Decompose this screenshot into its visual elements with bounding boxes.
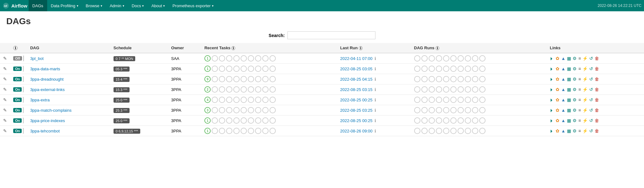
recent-tasks-info-icon[interactable]: ℹ [231, 46, 235, 50]
delete-icon[interactable]: 🗑 [595, 97, 599, 102]
tree-view-icon[interactable]: ✿ [556, 128, 559, 133]
log-icon[interactable]: ⚡ [582, 87, 588, 92]
edit-icon[interactable]: ✎ [3, 97, 7, 102]
task-circle-filled[interactable]: 3 [204, 107, 211, 113]
last-run-info-icon[interactable]: ℹ [375, 98, 376, 102]
trigger-dag-icon[interactable]: ⏵ [550, 77, 554, 82]
edit-icon[interactable]: ✎ [3, 87, 7, 92]
calendar-view-icon[interactable]: ▦ [567, 56, 571, 61]
dag-toggle[interactable]: On [13, 87, 22, 92]
search-input[interactable] [287, 31, 375, 39]
log-icon[interactable]: ⚡ [582, 108, 588, 113]
code-view-icon[interactable]: ≡ [578, 66, 581, 71]
nav-about[interactable]: About ▾ [147, 0, 169, 11]
dag-name-link[interactable]: 3ppa-tehcombot [30, 129, 60, 133]
tree-view-icon[interactable]: ✿ [556, 108, 559, 113]
graph-view-icon[interactable]: ▲ [561, 77, 565, 82]
last-run-info-icon[interactable]: ℹ [375, 56, 376, 61]
gantt-view-icon[interactable]: ⚙ [573, 56, 577, 61]
refresh-icon[interactable]: ↺ [589, 128, 593, 133]
trigger-dag-icon[interactable]: ⏵ [550, 108, 554, 113]
last-run-info-icon[interactable]: ℹ [375, 129, 376, 133]
calendar-view-icon[interactable]: ▦ [567, 118, 571, 123]
log-icon[interactable]: ⚡ [582, 118, 588, 123]
calendar-view-icon[interactable]: ▦ [567, 77, 571, 82]
delete-icon[interactable]: 🗑 [595, 118, 599, 123]
info-icon[interactable]: ℹ [13, 46, 18, 50]
dag-toggle[interactable]: On [13, 129, 22, 133]
task-circle-filled[interactable]: 9 [204, 76, 211, 82]
last-run-link[interactable]: 2022-08-25 03:15 [340, 87, 373, 92]
nav-docs[interactable]: Docs ▾ [128, 0, 148, 11]
code-view-icon[interactable]: ≡ [578, 118, 581, 123]
dag-toggle[interactable]: On [13, 67, 22, 71]
task-circle-filled[interactable]: 1 [204, 128, 211, 134]
refresh-icon[interactable]: ↺ [589, 97, 593, 102]
last-run-link[interactable]: 2022-08-25 00:25 [340, 118, 373, 123]
task-circle-filled[interactable]: 4 [204, 97, 211, 103]
trigger-dag-icon[interactable]: ⏵ [550, 97, 554, 102]
dag-name-link[interactable]: 3ppa-dreadnought [30, 77, 64, 82]
graph-view-icon[interactable]: ▲ [561, 128, 565, 133]
log-icon[interactable]: ⚡ [582, 66, 588, 71]
graph-view-icon[interactable]: ▲ [561, 108, 565, 113]
dag-name-link[interactable]: 3ppa-data-marts [30, 67, 60, 71]
dag-name-link[interactable]: 3ppa-match-complains [30, 108, 72, 113]
log-icon[interactable]: ⚡ [582, 56, 588, 61]
calendar-view-icon[interactable]: ▦ [567, 66, 571, 71]
nav-data-profiling[interactable]: Data Profiling ▾ [47, 0, 82, 11]
last-run-info-icon[interactable]: ℹ [359, 46, 363, 50]
trigger-dag-icon[interactable]: ⏵ [550, 87, 554, 92]
dag-name-link[interactable]: 3ppa-external-links [30, 87, 65, 92]
tree-view-icon[interactable]: ✿ [556, 56, 559, 61]
edit-icon[interactable]: ✎ [3, 118, 7, 123]
tree-view-icon[interactable]: ✿ [556, 118, 559, 123]
brand[interactable]: AF Airflow [3, 2, 27, 9]
delete-icon[interactable]: 🗑 [595, 77, 599, 82]
nav-prometheus[interactable]: Prometheus exporter ▾ [169, 0, 217, 11]
trigger-dag-icon[interactable]: ⏵ [550, 56, 554, 61]
gantt-view-icon[interactable]: ⚙ [573, 66, 577, 71]
task-circle-filled[interactable]: 1 [204, 117, 211, 124]
gantt-view-icon[interactable]: ⚙ [573, 87, 577, 92]
refresh-icon[interactable]: ↺ [589, 87, 593, 92]
code-view-icon[interactable]: ≡ [578, 77, 581, 82]
last-run-link[interactable]: 2022-08-26 09:00 [340, 129, 373, 133]
trigger-dag-icon[interactable]: ⏵ [550, 118, 554, 123]
delete-icon[interactable]: 🗑 [595, 128, 599, 133]
delete-icon[interactable]: 🗑 [595, 56, 599, 61]
last-run-link[interactable]: 2022-08-25 03:05 [340, 67, 373, 71]
nav-admin[interactable]: Admin ▾ [106, 0, 128, 11]
delete-icon[interactable]: 🗑 [595, 108, 599, 113]
edit-icon[interactable]: ✎ [3, 66, 7, 71]
calendar-view-icon[interactable]: ▦ [567, 87, 571, 92]
tree-view-icon[interactable]: ✿ [556, 77, 559, 82]
delete-icon[interactable]: 🗑 [595, 87, 599, 92]
graph-view-icon[interactable]: ▲ [561, 66, 565, 71]
calendar-view-icon[interactable]: ▦ [567, 108, 571, 113]
last-run-info-icon[interactable]: ℹ [375, 118, 376, 123]
dag-name-link[interactable]: 3ppa-price-indexes [30, 118, 65, 123]
task-circle-filled[interactable]: 1 [204, 66, 211, 72]
code-view-icon[interactable]: ≡ [578, 128, 581, 133]
delete-icon[interactable]: 🗑 [595, 66, 599, 71]
trigger-dag-icon[interactable]: ⏵ [550, 128, 554, 133]
last-run-info-icon[interactable]: ℹ [375, 67, 376, 71]
last-run-link[interactable]: 2022-08-25 04:15 [340, 77, 373, 82]
gantt-view-icon[interactable]: ⚙ [573, 118, 577, 123]
refresh-icon[interactable]: ↺ [589, 66, 593, 71]
refresh-icon[interactable]: ↺ [589, 118, 593, 123]
nav-dags[interactable]: DAGs [29, 0, 47, 11]
tree-view-icon[interactable]: ✿ [556, 87, 559, 92]
gantt-view-icon[interactable]: ⚙ [573, 77, 577, 82]
gantt-view-icon[interactable]: ⚙ [573, 128, 577, 133]
dag-toggle[interactable]: On [13, 98, 22, 102]
dag-name-link[interactable]: 3ppa-extra [30, 98, 50, 102]
code-view-icon[interactable]: ≡ [578, 108, 581, 113]
calendar-view-icon[interactable]: ▦ [567, 128, 571, 133]
gantt-view-icon[interactable]: ⚙ [573, 108, 577, 113]
code-view-icon[interactable]: ≡ [578, 87, 581, 92]
graph-view-icon[interactable]: ▲ [561, 97, 565, 102]
last-run-link[interactable]: 2022-08-25 03:25 [340, 108, 373, 113]
log-icon[interactable]: ⚡ [582, 128, 588, 133]
